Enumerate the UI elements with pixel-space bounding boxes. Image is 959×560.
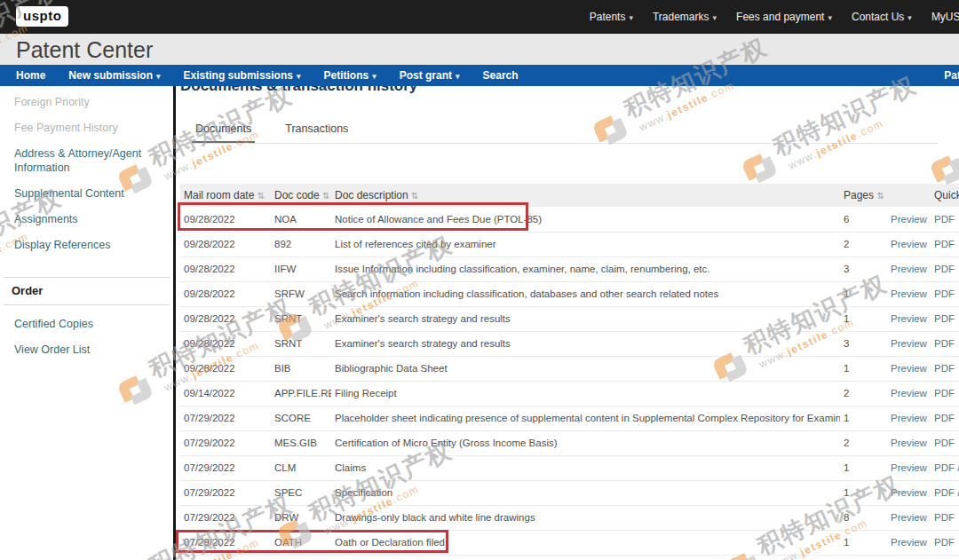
table-row: 07/29/2022 DRW Drawings-only black and w… — [180, 505, 959, 530]
sidebar-item[interactable]: Order — [4, 277, 170, 305]
col-doc-code[interactable]: Doc code ⇅ — [271, 184, 331, 207]
cell-doc-description: Claims — [331, 455, 840, 480]
preview-link[interactable]: Preview — [891, 363, 927, 374]
cell-pages: 6 — [840, 207, 887, 232]
quick-access-link[interactable]: PDF — [934, 537, 955, 548]
sort-icon[interactable]: ⇅ — [258, 191, 265, 201]
page-title: Patent Center — [16, 35, 153, 66]
preview-link[interactable]: Preview — [891, 512, 927, 523]
cell-pages: 2 — [840, 381, 887, 406]
quick-access-link[interactable]: PDF — [934, 413, 955, 423]
top-nav-item[interactable]: Patents▾ — [590, 11, 633, 23]
cell-mail-room-date: 09/28/2022 — [180, 356, 271, 381]
preview-link[interactable]: Preview — [891, 264, 927, 274]
cell-pages: 1 — [840, 530, 887, 555]
cell-mail-room-date: 09/28/2022 — [180, 256, 271, 281]
table-row: 09/28/2022 SRFW Search information inclu… — [180, 281, 959, 306]
main-nav-item[interactable]: Post grant▾ — [388, 69, 472, 82]
tab[interactable]: Transactions — [281, 122, 352, 143]
sort-icon[interactable]: ⇅ — [876, 191, 884, 201]
quick-access-link[interactable]: PDF / XML — [934, 462, 959, 473]
top-nav-item[interactable]: Fees and payment▾ — [736, 11, 832, 23]
main-nav-item[interactable]: Search — [472, 69, 530, 82]
main-nav-item[interactable]: Existing submissions▾ — [172, 69, 313, 82]
cell-doc-description: Notice of Allowance and Fees Due (PTOL-8… — [331, 207, 840, 232]
quick-access-link[interactable]: PDF — [934, 388, 955, 398]
preview-link[interactable]: Preview — [891, 413, 927, 423]
main-nav-item-label: Search — [483, 69, 519, 82]
preview-link[interactable]: Preview — [891, 313, 927, 324]
top-nav-item[interactable]: MyUSPTO — [931, 11, 959, 23]
quick-access-link[interactable]: PDF — [934, 239, 955, 249]
table-row: 09/28/2022 IIFW Issue Information includ… — [180, 256, 959, 281]
tab[interactable]: Documents — [192, 122, 255, 143]
quick-access-link[interactable]: PDF / XML — [934, 487, 959, 498]
main-nav-item-label: New submission — [68, 69, 153, 82]
cell-doc-code: SRNT — [271, 306, 331, 331]
col-mail-room-date[interactable]: Mail room date ⇅ — [180, 184, 271, 207]
col-pages[interactable]: Pages ⇅ — [840, 184, 887, 207]
top-nav-item[interactable]: Contact Us▾ — [852, 11, 912, 23]
preview-link[interactable]: Preview — [891, 462, 927, 473]
sort-icon[interactable]: ⇅ — [411, 191, 418, 201]
cell-doc-description: Oath or Declaration filed — [331, 530, 840, 555]
cell-mail-room-date: 09/28/2022 — [180, 306, 271, 331]
sidebar-item[interactable]: Foreign Priority — [14, 95, 161, 109]
col-doc-description[interactable]: Doc description ⇅ — [331, 184, 840, 207]
page: uspto Patents▾ Trademarks▾ Fees and paym… — [0, 0, 959, 560]
caret-down-icon: ▾ — [713, 13, 717, 22]
uspto-logo[interactable]: uspto — [16, 6, 68, 27]
sidebar-item[interactable]: Address & Attorney/Agent Information — [14, 146, 161, 175]
cell-mail-room-date: 07/29/2022 — [180, 406, 271, 430]
cell-pages: 1 — [840, 406, 887, 430]
main-nav-item-label: Petitions — [323, 69, 369, 82]
content: Documents & transaction history Document… — [173, 86, 959, 560]
quick-access-link[interactable]: PDF — [934, 264, 955, 274]
cell-doc-code: MES.GIB — [271, 430, 331, 455]
preview-link[interactable]: Preview — [891, 438, 927, 448]
table-row: 07/29/2022 MES.GIB Certification of Micr… — [180, 430, 959, 455]
sidebar-item[interactable]: Certified Copies — [14, 317, 161, 331]
quick-access-link[interactable]: PDF — [934, 288, 955, 299]
sidebar-item[interactable]: Display References — [14, 238, 161, 252]
sidebar-item[interactable]: Supplemental Content — [14, 186, 161, 201]
top-bar: uspto Patents▾ Trademarks▾ Fees and paym… — [0, 0, 959, 34]
top-nav-item[interactable]: Trademarks▾ — [653, 11, 717, 23]
preview-link[interactable]: Preview — [891, 239, 927, 249]
main-nav-item-label: Home — [16, 69, 45, 82]
main-nav-item[interactable]: Petitions▾ — [312, 69, 387, 82]
sidebar-item[interactable]: View Order List — [14, 343, 161, 357]
preview-link[interactable]: Preview — [891, 388, 927, 398]
preview-link[interactable]: Preview — [891, 288, 927, 299]
main-nav-item-label: Post grant — [400, 69, 452, 82]
app-header: Patent Center — [0, 34, 959, 65]
quick-access-link[interactable]: PDF — [934, 338, 955, 349]
cell-doc-code: SCORE — [271, 406, 331, 430]
quick-access-link[interactable]: PDF — [934, 438, 955, 448]
main-nav-right-link[interactable]: Pat — [944, 65, 959, 86]
cell-doc-description: Examiner's search strategy and results — [331, 331, 840, 356]
quick-access-link[interactable]: PDF — [934, 363, 955, 374]
cell-pages: 1 — [840, 306, 887, 331]
cell-doc-description: Certification of Micro Entity (Gross Inc… — [331, 430, 840, 455]
sidebar-item[interactable]: Fee Payment History — [14, 121, 161, 135]
table-row: 09/28/2022 SRNT Examiner's search strate… — [180, 306, 959, 331]
quick-access-link[interactable]: PDF — [934, 313, 955, 324]
sort-icon[interactable]: ⇅ — [322, 191, 329, 201]
caret-down-icon: ▾ — [629, 13, 633, 22]
main-nav-item[interactable]: Home — [4, 69, 57, 82]
preview-link[interactable]: Preview — [891, 537, 927, 548]
cell-doc-description: Issue Information including classificati… — [331, 256, 840, 281]
preview-link[interactable]: Preview — [891, 214, 927, 225]
table-row: 09/28/2022 892 List of references cited … — [180, 232, 959, 256]
sidebar-item[interactable]: Assignments — [14, 212, 161, 226]
quick-access-link[interactable]: PDF — [934, 512, 955, 523]
preview-link[interactable]: Preview — [891, 338, 927, 349]
cell-mail-room-date: 09/28/2022 — [180, 281, 271, 306]
cell-pages: 3 — [840, 256, 887, 281]
preview-link[interactable]: Preview — [891, 487, 927, 498]
cell-mail-room-date: 07/29/2022 — [180, 480, 271, 505]
quick-access-link[interactable]: PDF — [934, 214, 955, 225]
main-nav-item[interactable]: New submission▾ — [57, 69, 171, 82]
cell-doc-code: OATH — [271, 530, 331, 555]
